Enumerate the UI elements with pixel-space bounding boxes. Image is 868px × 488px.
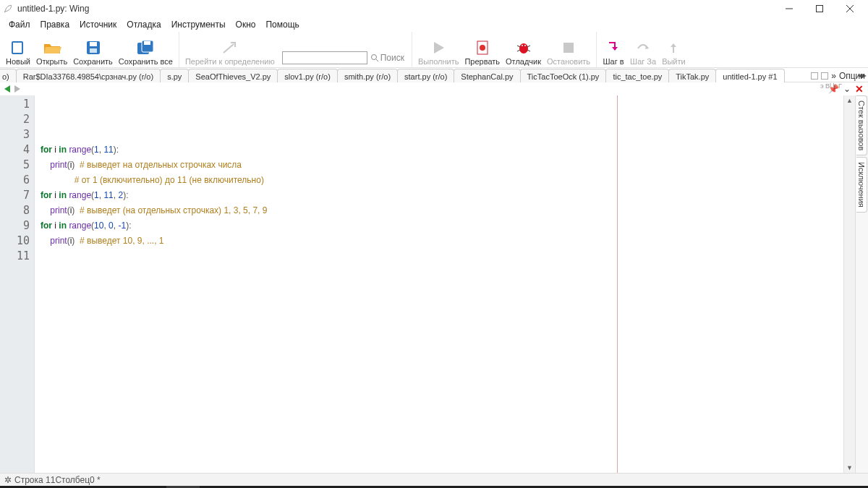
minimize-button[interactable]: [774, 0, 804, 17]
svg-line-19: [517, 50, 520, 51]
line-number: 10: [0, 234, 30, 249]
step-out-button[interactable]: Выйти: [659, 39, 689, 67]
menu-правка[interactable]: Правка: [36, 19, 75, 30]
file-tab[interactable]: s.py: [160, 69, 189, 82]
panel-toggle-1[interactable]: [811, 72, 818, 80]
debug-button[interactable]: Отладчик: [503, 39, 544, 67]
line-number: 7: [0, 188, 30, 203]
right-options: » Опции: [811, 71, 865, 81]
file-tab[interactable]: slov1.py (r/o): [277, 69, 338, 82]
menu-источник[interactable]: Источник: [75, 19, 121, 30]
side-tab[interactable]: Стек вызовов: [856, 95, 867, 155]
chevron-down-icon[interactable]: ⌄: [843, 84, 851, 94]
svg-point-15: [480, 45, 485, 51]
code-editor[interactable]: for i in range(1, 11): print(i) # выведе…: [35, 95, 843, 473]
maximize-button[interactable]: [804, 0, 835, 17]
line-number: 5: [0, 158, 30, 173]
step-in-button[interactable]: Шаг в: [600, 39, 627, 67]
app-icon: [3, 4, 13, 14]
save-button[interactable]: Сохранить: [70, 39, 116, 67]
status-bug-icon: ✲: [4, 475, 12, 485]
right-hint: э Bl b Г: [820, 82, 842, 90]
file-tab[interactable]: start.py (r/o): [397, 69, 454, 82]
line-number: 8: [0, 203, 30, 218]
file-tab[interactable]: SeaOfThieves_V2.py: [188, 69, 278, 82]
file-tab[interactable]: o): [0, 69, 17, 82]
svg-rect-11: [144, 41, 150, 45]
file-tab[interactable]: untitled-1.py #1: [715, 69, 784, 82]
menu-инструменты[interactable]: Инструменты: [167, 19, 230, 30]
options-label[interactable]: Опции: [839, 71, 865, 81]
svg-line-18: [527, 46, 530, 47]
vertical-scrollbar[interactable]: ▲ ▼: [843, 95, 855, 473]
file-tab[interactable]: smith.py (r/o): [337, 69, 398, 82]
scroll-down-icon[interactable]: ▼: [844, 463, 855, 473]
line-number: 1: [0, 97, 30, 112]
menu-окно[interactable]: Окно: [231, 19, 260, 30]
editor-nav-row: 📌 ⌄ ✕: [0, 82, 868, 95]
search-icon[interactable]: [370, 53, 379, 62]
search-group: Поиск: [282, 51, 404, 64]
status-bar: ✲ Строка 11Столбец0 *: [0, 473, 868, 486]
line-number: 6: [0, 173, 30, 188]
line-number: 9: [0, 218, 30, 234]
svg-point-12: [371, 55, 376, 60]
search-input[interactable]: [282, 51, 367, 64]
stop-button[interactable]: Прервать: [461, 39, 503, 67]
svg-point-16: [519, 43, 528, 53]
file-tab[interactable]: tic_tac_toe.py: [605, 69, 669, 82]
menu-bar: ФайлПравкаИсточникОтладкаИнструментыОкно…: [0, 17, 868, 32]
new-button[interactable]: Новый: [3, 39, 33, 67]
close-tab-icon[interactable]: ✕: [855, 83, 864, 95]
svg-rect-5: [13, 43, 22, 53]
run-button[interactable]: Выполнить: [415, 39, 461, 67]
more-icon[interactable]: »: [831, 71, 836, 81]
svg-line-17: [517, 46, 520, 47]
editor-main: 1234567891011 for i in range(1, 11): pri…: [0, 95, 868, 473]
line-number: 2: [0, 112, 30, 127]
menu-помощь[interactable]: Помощь: [261, 19, 303, 30]
nav-back-icon[interactable]: [4, 85, 10, 93]
editor-tabs: o)Rar$DIa33768.49854\срзнач.py (r/o)s.py…: [0, 68, 868, 82]
window-titlebar: untitled-1.py: Wing: [0, 0, 868, 17]
svg-point-22: [524, 45, 526, 46]
close-button[interactable]: [835, 0, 865, 17]
nav-forward-icon[interactable]: [14, 85, 20, 93]
file-tab[interactable]: Rar$DIa33768.49854\срзнач.py (r/o): [16, 69, 161, 82]
line-number: 3: [0, 127, 30, 142]
svg-rect-23: [563, 43, 574, 53]
step-over-button[interactable]: Шаг За: [627, 39, 659, 67]
panel-toggle-2[interactable]: [821, 72, 828, 80]
svg-point-21: [522, 45, 523, 46]
side-tab[interactable]: Исключения: [856, 157, 867, 213]
svg-rect-1: [817, 6, 823, 12]
line-number: 4: [0, 142, 30, 158]
file-tab[interactable]: TicTacToeOck (1).py: [520, 69, 607, 82]
line-number: 11: [0, 249, 30, 264]
svg-rect-7: [90, 42, 97, 46]
toolbar: Новый Открыть Сохранить Сохранить все Пе…: [0, 32, 868, 68]
open-button[interactable]: Открыть: [33, 39, 70, 67]
line-gutter: 1234567891011: [0, 95, 35, 473]
svg-rect-8: [90, 48, 97, 53]
file-tab[interactable]: StephanCal.py: [454, 69, 520, 82]
goto-definition-button[interactable]: Перейти к определению: [182, 39, 278, 67]
halt-button[interactable]: Остановить: [544, 39, 593, 67]
menu-отладка[interactable]: Отладка: [122, 19, 165, 30]
status-line-col: Строка 11Столбец0 *: [14, 475, 101, 485]
scroll-up-icon[interactable]: ▲: [844, 95, 855, 106]
svg-line-20: [527, 50, 530, 51]
menu-файл[interactable]: Файл: [4, 19, 35, 30]
svg-line-13: [376, 59, 378, 61]
margin-guide: [617, 95, 618, 473]
window-title: untitled-1.py: Wing: [17, 4, 89, 14]
side-panel: Стек вызововИсключения: [855, 95, 868, 473]
save-all-button[interactable]: Сохранить все: [116, 39, 176, 67]
file-tab[interactable]: TikTak.py: [668, 69, 716, 82]
